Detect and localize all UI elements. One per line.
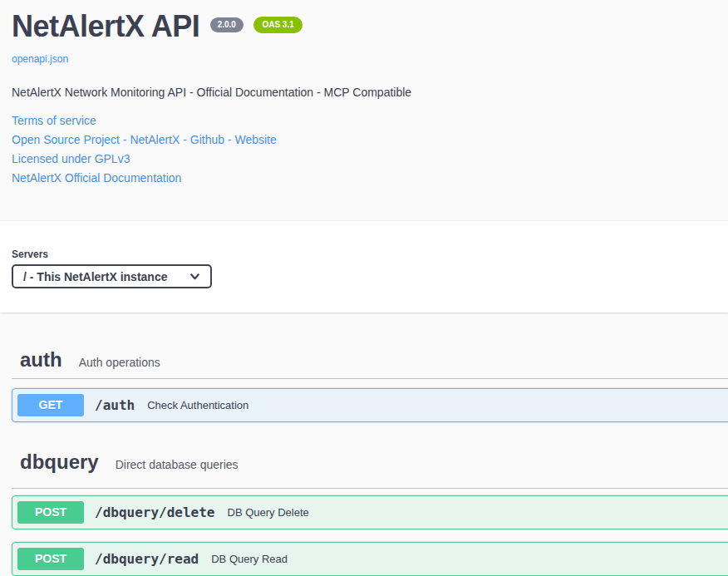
tag-header-dbquery[interactable]: dbquery Direct database queries bbox=[12, 441, 728, 489]
servers-section: Servers / - This NetAlertX instance bbox=[0, 220, 728, 313]
tag-name: auth bbox=[20, 348, 62, 372]
operation-description: DB Query Delete bbox=[228, 506, 309, 519]
operation-path: /auth bbox=[95, 397, 135, 413]
tag-header-auth[interactable]: auth Auth operations bbox=[12, 340, 728, 379]
operation-summary: POST /dbquery/read DB Query Read bbox=[12, 543, 728, 575]
api-info-section: NetAlertX API 2.0.0 OAS 3.1 openapi.json… bbox=[0, 0, 728, 188]
version-badge: 2.0.0 bbox=[210, 17, 243, 32]
method-badge: POST bbox=[17, 548, 84, 570]
operation-row-post-dbquery-read[interactable]: POST /dbquery/read DB Query Read bbox=[12, 542, 728, 576]
method-badge: GET bbox=[17, 394, 84, 416]
open-source-project-link[interactable]: Open Source Project - NetAlertX - Github… bbox=[12, 130, 716, 150]
operation-path: /dbquery/read bbox=[95, 551, 199, 567]
operation-description: DB Query Read bbox=[211, 553, 288, 565]
chevron-down-icon bbox=[189, 271, 200, 282]
info-links: Terms of service Open Source Project - N… bbox=[12, 111, 716, 188]
title-row: NetAlertX API 2.0.0 OAS 3.1 bbox=[12, 8, 716, 51]
method-badge: POST bbox=[17, 501, 84, 524]
official-documentation-link[interactable]: NetAlertX Official Documentation bbox=[12, 169, 716, 188]
tag-description: Auth operations bbox=[79, 356, 160, 369]
tag-name: dbquery bbox=[20, 450, 99, 474]
page-title: NetAlertX API bbox=[12, 9, 199, 43]
terms-of-service-link[interactable]: Terms of service bbox=[12, 111, 716, 130]
operation-summary: POST /dbquery/delete DB Query Delete bbox=[12, 496, 728, 529]
operation-path: /dbquery/delete bbox=[95, 505, 215, 520]
license-link[interactable]: Licensed under GPLv3 bbox=[12, 150, 716, 169]
openapi-spec-link[interactable]: openapi.json bbox=[12, 53, 68, 65]
tag-section-dbquery: dbquery Direct database queries POST /db… bbox=[12, 441, 728, 576]
operation-row-post-dbquery-delete[interactable]: POST /dbquery/delete DB Query Delete bbox=[12, 495, 728, 529]
tag-description: Direct database queries bbox=[116, 458, 239, 471]
tag-section-auth: auth Auth operations GET /auth Check Aut… bbox=[12, 340, 728, 422]
servers-label: Servers bbox=[12, 249, 716, 260]
operation-description: Check Authentication bbox=[147, 399, 248, 411]
server-selected-value: / - This NetAlertX instance bbox=[23, 270, 167, 283]
api-description: NetAlertX Network Monitoring API - Offic… bbox=[12, 85, 716, 101]
operation-summary: GET /auth Check Authentication bbox=[12, 389, 728, 421]
server-select-dropdown[interactable]: / - This NetAlertX instance bbox=[12, 264, 212, 288]
oas-version-badge: OAS 3.1 bbox=[253, 17, 302, 33]
operation-row-get-auth[interactable]: GET /auth Check Authentication bbox=[12, 388, 728, 422]
